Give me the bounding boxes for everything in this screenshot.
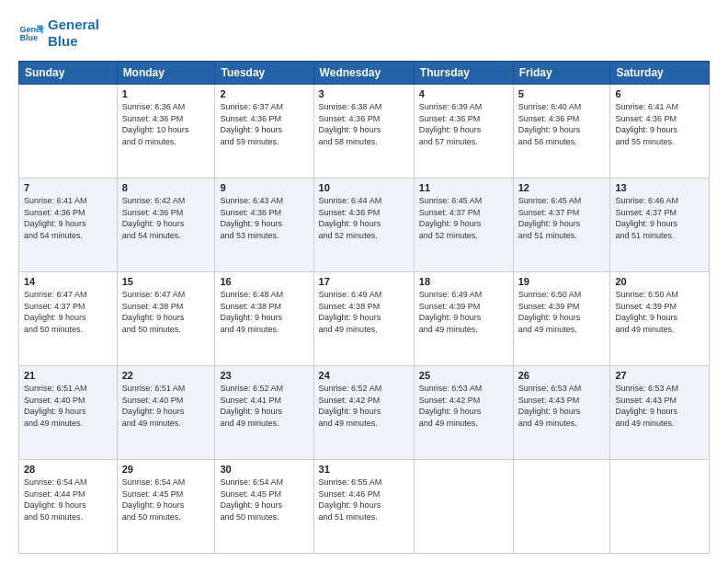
day-info: Sunrise: 6:51 AM Sunset: 4:40 PM Dayligh…: [122, 383, 210, 429]
calendar-cell: 14Sunrise: 6:47 AM Sunset: 4:37 PM Dayli…: [19, 272, 118, 366]
calendar-week-2: 7Sunrise: 6:41 AM Sunset: 4:36 PM Daylig…: [19, 178, 710, 272]
day-number: 16: [220, 276, 308, 287]
day-number: 7: [24, 182, 112, 193]
day-info: Sunrise: 6:36 AM Sunset: 4:36 PM Dayligh…: [122, 101, 210, 147]
day-number: 14: [24, 276, 112, 287]
calendar-table: SundayMondayTuesdayWednesdayThursdayFrid…: [18, 61, 710, 554]
calendar-cell: 11Sunrise: 6:45 AM Sunset: 4:37 PM Dayli…: [414, 178, 513, 272]
day-number: 4: [419, 88, 508, 99]
day-info: Sunrise: 6:53 AM Sunset: 4:42 PM Dayligh…: [419, 383, 508, 429]
day-number: 27: [615, 370, 704, 381]
day-number: 1: [122, 88, 210, 99]
calendar-cell: 19Sunrise: 6:50 AM Sunset: 4:39 PM Dayli…: [513, 272, 610, 366]
calendar-cell: 20Sunrise: 6:50 AM Sunset: 4:39 PM Dayli…: [610, 272, 710, 366]
calendar-cell: 30Sunrise: 6:54 AM Sunset: 4:45 PM Dayli…: [215, 460, 313, 554]
day-info: Sunrise: 6:53 AM Sunset: 4:43 PM Dayligh…: [518, 383, 606, 429]
day-number: 3: [319, 88, 409, 99]
day-number: 21: [24, 370, 112, 381]
calendar-cell: 8Sunrise: 6:42 AM Sunset: 4:36 PM Daylig…: [117, 178, 215, 272]
calendar-cell: 29Sunrise: 6:54 AM Sunset: 4:45 PM Dayli…: [117, 460, 215, 554]
day-number: 22: [122, 370, 210, 381]
day-info: Sunrise: 6:50 AM Sunset: 4:39 PM Dayligh…: [615, 289, 704, 335]
calendar-cell: 15Sunrise: 6:47 AM Sunset: 4:38 PM Dayli…: [117, 272, 215, 366]
day-number: 6: [615, 88, 704, 99]
day-number: 5: [518, 88, 606, 99]
page: General Blue GeneralBlue SundayMondayTue…: [0, 0, 728, 563]
day-info: Sunrise: 6:52 AM Sunset: 4:42 PM Dayligh…: [319, 383, 409, 429]
col-header-monday: Monday: [117, 62, 215, 85]
day-info: Sunrise: 6:50 AM Sunset: 4:39 PM Dayligh…: [518, 289, 606, 335]
col-header-thursday: Thursday: [414, 62, 513, 85]
col-header-tuesday: Tuesday: [215, 62, 313, 85]
day-info: Sunrise: 6:45 AM Sunset: 4:37 PM Dayligh…: [419, 195, 508, 241]
logo: General Blue GeneralBlue: [18, 17, 99, 50]
day-number: 25: [419, 370, 508, 381]
header: General Blue GeneralBlue: [18, 17, 710, 50]
col-header-friday: Friday: [513, 62, 610, 85]
day-info: Sunrise: 6:43 AM Sunset: 4:36 PM Dayligh…: [220, 195, 308, 241]
day-info: Sunrise: 6:41 AM Sunset: 4:36 PM Dayligh…: [24, 195, 112, 241]
day-info: Sunrise: 6:47 AM Sunset: 4:38 PM Dayligh…: [122, 289, 210, 335]
day-info: Sunrise: 6:54 AM Sunset: 4:45 PM Dayligh…: [220, 477, 308, 523]
day-number: 13: [615, 182, 704, 193]
day-info: Sunrise: 6:38 AM Sunset: 4:36 PM Dayligh…: [319, 101, 409, 147]
calendar-cell: 10Sunrise: 6:44 AM Sunset: 4:36 PM Dayli…: [313, 178, 414, 272]
day-info: Sunrise: 6:42 AM Sunset: 4:36 PM Dayligh…: [122, 195, 210, 241]
day-info: Sunrise: 6:49 AM Sunset: 4:39 PM Dayligh…: [419, 289, 508, 335]
calendar-cell: 31Sunrise: 6:55 AM Sunset: 4:46 PM Dayli…: [313, 460, 414, 554]
day-info: Sunrise: 6:53 AM Sunset: 4:43 PM Dayligh…: [615, 383, 704, 429]
day-number: 15: [122, 276, 210, 287]
day-info: Sunrise: 6:40 AM Sunset: 4:36 PM Dayligh…: [518, 101, 606, 147]
day-info: Sunrise: 6:37 AM Sunset: 4:36 PM Dayligh…: [220, 101, 308, 147]
calendar-cell: 3Sunrise: 6:38 AM Sunset: 4:36 PM Daylig…: [313, 85, 414, 178]
calendar-cell: 28Sunrise: 6:54 AM Sunset: 4:44 PM Dayli…: [19, 460, 118, 554]
day-number: 29: [122, 464, 210, 475]
day-number: 2: [220, 88, 308, 99]
day-number: 18: [419, 276, 508, 287]
calendar-cell: 13Sunrise: 6:46 AM Sunset: 4:37 PM Dayli…: [610, 178, 710, 272]
day-number: 26: [518, 370, 606, 381]
calendar-week-3: 14Sunrise: 6:47 AM Sunset: 4:37 PM Dayli…: [19, 272, 710, 366]
svg-text:Blue: Blue: [19, 33, 38, 42]
calendar-cell: 5Sunrise: 6:40 AM Sunset: 4:36 PM Daylig…: [513, 85, 610, 178]
day-info: Sunrise: 6:51 AM Sunset: 4:40 PM Dayligh…: [24, 383, 112, 429]
day-number: 23: [220, 370, 308, 381]
calendar-cell: 17Sunrise: 6:49 AM Sunset: 4:38 PM Dayli…: [313, 272, 414, 366]
day-number: 17: [319, 276, 409, 287]
calendar-cell: 2Sunrise: 6:37 AM Sunset: 4:36 PM Daylig…: [215, 85, 313, 178]
logo-icon: General Blue: [18, 20, 44, 46]
day-number: 8: [122, 182, 210, 193]
calendar-cell: [513, 460, 610, 554]
calendar-cell: 9Sunrise: 6:43 AM Sunset: 4:36 PM Daylig…: [215, 178, 313, 272]
calendar-week-4: 21Sunrise: 6:51 AM Sunset: 4:40 PM Dayli…: [19, 366, 710, 460]
logo-text: GeneralBlue: [48, 17, 99, 50]
calendar-cell: [414, 460, 513, 554]
col-header-wednesday: Wednesday: [313, 62, 414, 85]
col-header-sunday: Sunday: [19, 62, 118, 85]
day-info: Sunrise: 6:39 AM Sunset: 4:36 PM Dayligh…: [419, 101, 508, 147]
day-info: Sunrise: 6:44 AM Sunset: 4:36 PM Dayligh…: [319, 195, 409, 241]
day-number: 9: [220, 182, 308, 193]
calendar-cell: 16Sunrise: 6:48 AM Sunset: 4:38 PM Dayli…: [215, 272, 313, 366]
calendar-cell: 23Sunrise: 6:52 AM Sunset: 4:41 PM Dayli…: [215, 366, 313, 460]
calendar-week-1: 1Sunrise: 6:36 AM Sunset: 4:36 PM Daylig…: [19, 85, 710, 178]
day-info: Sunrise: 6:47 AM Sunset: 4:37 PM Dayligh…: [24, 289, 112, 335]
calendar-cell: [610, 460, 710, 554]
calendar-cell: 7Sunrise: 6:41 AM Sunset: 4:36 PM Daylig…: [19, 178, 118, 272]
day-number: 20: [615, 276, 704, 287]
calendar-cell: 26Sunrise: 6:53 AM Sunset: 4:43 PM Dayli…: [513, 366, 610, 460]
day-info: Sunrise: 6:49 AM Sunset: 4:38 PM Dayligh…: [319, 289, 409, 335]
calendar-cell: 6Sunrise: 6:41 AM Sunset: 4:36 PM Daylig…: [610, 85, 710, 178]
calendar-cell: [19, 85, 118, 178]
calendar-cell: 12Sunrise: 6:45 AM Sunset: 4:37 PM Dayli…: [513, 178, 610, 272]
day-number: 31: [319, 464, 409, 475]
calendar-cell: 21Sunrise: 6:51 AM Sunset: 4:40 PM Dayli…: [19, 366, 118, 460]
day-number: 10: [319, 182, 409, 193]
calendar-cell: 25Sunrise: 6:53 AM Sunset: 4:42 PM Dayli…: [414, 366, 513, 460]
day-info: Sunrise: 6:54 AM Sunset: 4:44 PM Dayligh…: [24, 477, 112, 523]
day-info: Sunrise: 6:46 AM Sunset: 4:37 PM Dayligh…: [615, 195, 704, 241]
day-number: 24: [319, 370, 409, 381]
calendar-cell: 24Sunrise: 6:52 AM Sunset: 4:42 PM Dayli…: [313, 366, 414, 460]
calendar-week-5: 28Sunrise: 6:54 AM Sunset: 4:44 PM Dayli…: [19, 460, 710, 554]
day-number: 11: [419, 182, 508, 193]
